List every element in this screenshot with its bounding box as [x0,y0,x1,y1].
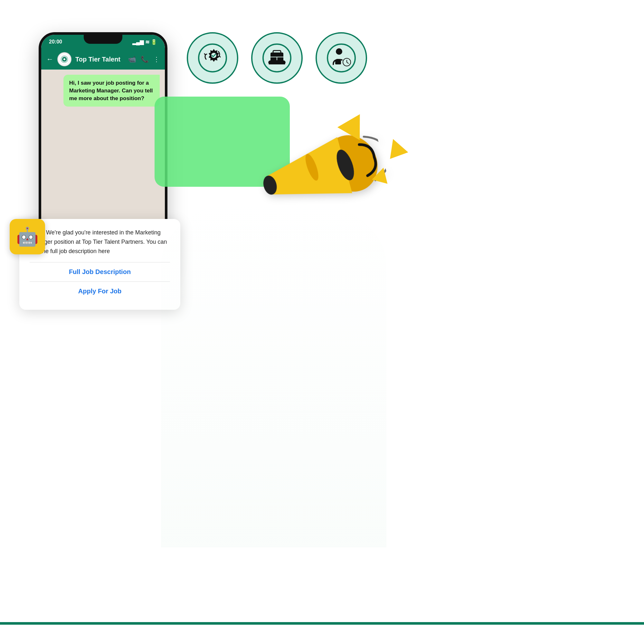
gear-icon [187,32,238,84]
phone-header: ← Top Tier Talent 📹 📞 ⋮ [41,49,165,70]
more-options-icon[interactable]: ⋮ [153,55,160,63]
phone-time: 20:00 [49,39,62,45]
svg-point-8 [336,48,342,55]
briefcase-hand-icon [251,32,303,84]
phone-indicators: ▂▄▆ ≋ 🔋 [132,39,157,45]
svg-point-18 [63,58,65,60]
phone-header-actions: 📹 📞 ⋮ [128,55,160,63]
svg-point-7 [327,44,355,72]
feature-icons-row [187,32,367,84]
video-call-icon[interactable]: 📹 [128,55,136,63]
bottom-accent-bar [0,622,644,625]
contact-name: Top Tier Talent [75,56,124,63]
robot-icon: 🤖 [16,226,39,247]
phone-status-bar: 20:00 ▂▄▆ ≋ 🔋 [41,35,165,49]
robot-badge: 🤖 [10,219,45,254]
person-clock-icon [316,32,367,84]
phone-call-icon[interactable]: 📞 [141,55,149,63]
back-button[interactable]: ← [46,55,53,63]
contact-avatar [57,52,71,66]
